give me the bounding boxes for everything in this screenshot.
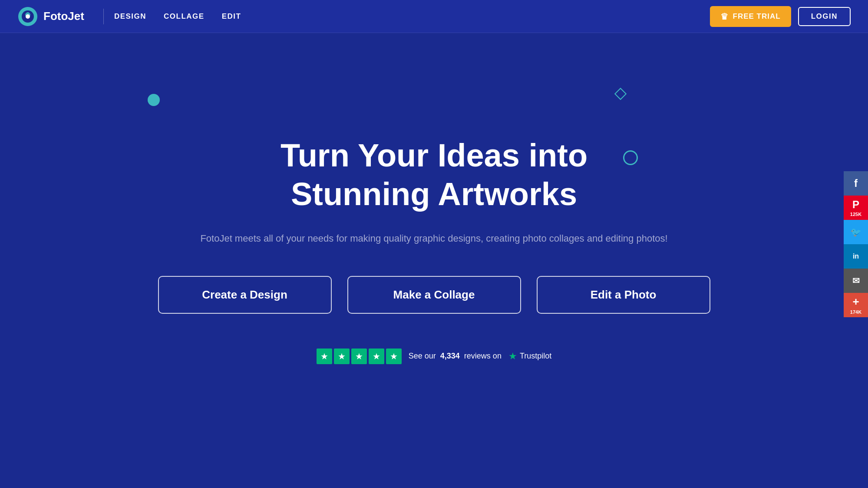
trustpilot-area: ★ ★ ★ ★ ★ See our 4,334 reviews on ★ Tru… — [317, 349, 552, 364]
nav-links: DESIGN COLLAGE EDIT — [114, 12, 710, 21]
social-facebook-button[interactable]: f — [844, 171, 868, 196]
nav-item-edit[interactable]: EDIT — [222, 12, 241, 21]
trustpilot-logo[interactable]: ★ Trustpilot — [508, 351, 551, 362]
free-trial-button[interactable]: ♛ FREE TRIAL — [710, 6, 791, 27]
hero-title: Turn Your Ideas into Stunning Artworks — [281, 136, 587, 214]
social-email-button[interactable]: ✉ — [844, 269, 868, 293]
social-twitter-button[interactable]: 🐦 — [844, 220, 868, 244]
social-pinterest-button[interactable]: P 125K — [844, 196, 868, 220]
hero-section: Turn Your Ideas into Stunning Artworks F… — [0, 33, 868, 450]
crown-icon: ♛ — [720, 11, 729, 22]
hero-title-line2: Stunning Artworks — [291, 176, 577, 212]
nav-item-design[interactable]: DESIGN — [114, 12, 146, 21]
star-4: ★ — [369, 349, 384, 364]
deco-circle-ring — [623, 150, 638, 165]
linkedin-icon: in — [853, 252, 859, 260]
pinterest-icon: P — [852, 199, 859, 211]
free-trial-label: FREE TRIAL — [733, 12, 781, 21]
plus-count: 174K — [850, 309, 861, 315]
star-3: ★ — [351, 349, 367, 364]
twitter-icon: 🐦 — [851, 227, 861, 237]
trustpilot-platform: Trustpilot — [520, 352, 551, 361]
trustpilot-text: See our 4,334 reviews on — [409, 352, 502, 361]
social-sidebar: f P 125K 🐦 in ✉ + 174K — [844, 171, 868, 317]
trustpilot-green-star: ★ — [508, 351, 517, 362]
make-collage-button[interactable]: Make a Collage — [347, 276, 521, 314]
deco-circle-teal — [148, 94, 160, 106]
hero-buttons: Create a Design Make a Collage Edit a Ph… — [158, 276, 710, 314]
star-5: ★ — [386, 349, 402, 364]
hero-subtitle: FotoJet meets all of your needs for maki… — [200, 231, 667, 246]
trustpilot-stars: ★ ★ ★ ★ ★ — [317, 349, 402, 364]
hero-title-line1: Turn Your Ideas into — [281, 137, 587, 173]
login-button[interactable]: LOGIN — [798, 7, 851, 26]
star-2: ★ — [334, 349, 350, 364]
nav-right: ♛ FREE TRIAL LOGIN — [710, 6, 851, 27]
social-linkedin-button[interactable]: in — [844, 244, 868, 269]
edit-photo-button[interactable]: Edit a Photo — [537, 276, 710, 314]
nav-divider — [103, 9, 104, 24]
plus-icon: + — [852, 295, 859, 309]
facebook-icon: f — [854, 177, 858, 189]
nav-item-collage[interactable]: COLLAGE — [164, 12, 205, 21]
create-design-button[interactable]: Create a Design — [158, 276, 332, 314]
deco-diamond — [614, 88, 627, 100]
logo-area[interactable]: FotoJet — [17, 6, 84, 27]
social-plus-button[interactable]: + 174K — [844, 293, 868, 317]
email-icon: ✉ — [852, 276, 860, 286]
trustpilot-prefix: See our — [409, 352, 436, 360]
pinterest-count: 125K — [850, 212, 861, 217]
star-1: ★ — [317, 349, 332, 364]
navbar: FotoJet DESIGN COLLAGE EDIT ♛ FREE TRIAL… — [0, 0, 868, 33]
trustpilot-count: 4,334 — [440, 352, 460, 360]
fotojet-logo-icon — [17, 6, 38, 27]
trustpilot-suffix: reviews on — [464, 352, 502, 360]
svg-point-2 — [26, 14, 30, 19]
logo-text: FotoJet — [43, 10, 84, 23]
